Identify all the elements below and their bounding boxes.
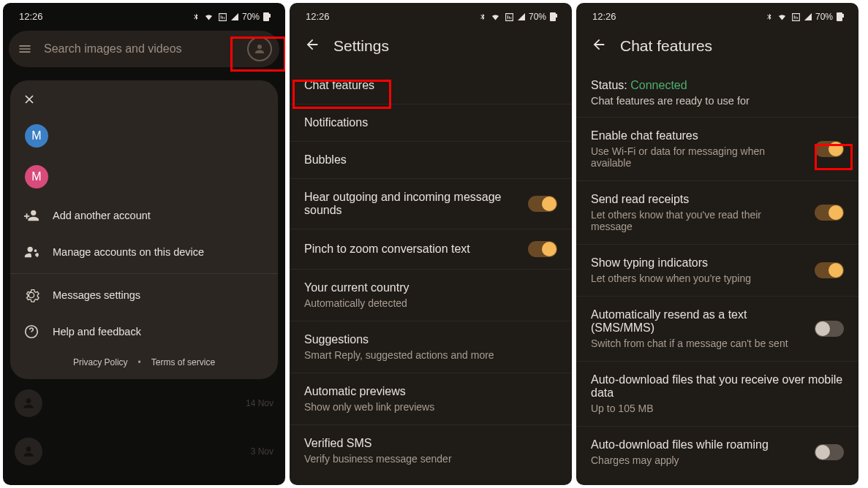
status-bar: 12:26 70% <box>3 3 285 23</box>
back-button[interactable] <box>591 37 607 56</box>
status-icons: 70% <box>479 12 556 22</box>
settings-item-verified-sms[interactable]: Verified SMS Verify business message sen… <box>290 425 572 476</box>
person-add-icon <box>23 207 39 224</box>
item-title: Notifications <box>304 116 557 129</box>
item-title: Send read receipts <box>591 193 803 206</box>
header: Settings <box>290 23 572 67</box>
setting-read-receipts[interactable]: Send read receipts Let others know that … <box>576 181 858 245</box>
item-subtitle: Charges may apply <box>591 454 803 466</box>
settings-item-sounds[interactable]: Hear outgoing and incoming message sound… <box>290 179 572 229</box>
messages-settings-label: Messages settings <box>53 289 140 301</box>
data-icon <box>505 12 514 22</box>
add-account-row[interactable]: Add another account <box>10 197 278 234</box>
status-subtitle: Chat features are ready to use for <box>576 95 858 117</box>
search-bar[interactable]: Search images and videos <box>9 31 279 67</box>
manage-accounts-row[interactable]: Manage accounts on this device <box>10 234 278 270</box>
item-subtitle: Verify business message sender <box>304 453 557 465</box>
item-title: Verified SMS <box>304 437 557 450</box>
settings-item-pinch-zoom[interactable]: Pinch to zoom conversation text <box>290 229 572 270</box>
account-avatar-button[interactable] <box>247 37 272 61</box>
status-bar: 12:26 70% <box>576 3 858 23</box>
bluetooth-icon <box>192 12 200 22</box>
account-popup: M M Add another account Manage accounts … <box>10 80 278 379</box>
item-title: Show typing indicators <box>591 256 803 270</box>
menu-icon[interactable] <box>18 42 32 56</box>
settings-item-bubbles[interactable]: Bubbles <box>290 142 572 179</box>
chat-list-item[interactable]: 14 Nov <box>3 379 285 427</box>
header: Chat features <box>576 23 858 67</box>
item-subtitle: Switch from chat if a message can't be s… <box>591 338 803 349</box>
toggle-switch[interactable] <box>815 321 844 337</box>
setting-typing-indicators[interactable]: Show typing indicators Let others know w… <box>576 245 858 297</box>
close-icon <box>22 92 37 107</box>
settings-item-suggestions[interactable]: Suggestions Smart Reply, suggested actio… <box>290 321 572 373</box>
popup-footer: Privacy Policy • Terms of service <box>10 350 278 370</box>
item-subtitle: Let others know that you've read their m… <box>591 209 803 232</box>
gear-icon <box>23 287 39 303</box>
item-subtitle: Use Wi-Fi or data for messaging when ava… <box>591 145 803 169</box>
screen-chat-features: 12:26 70% Chat features Status: Connecte… <box>576 3 858 485</box>
separator-dot: • <box>138 357 141 367</box>
battery-pct: 70% <box>529 12 546 22</box>
account-avatar: M <box>25 165 48 188</box>
setting-auto-download-mobile[interactable]: Auto-download files that you receive ove… <box>576 362 858 427</box>
back-button[interactable] <box>304 37 320 56</box>
settings-list: Chat features Notifications Bubbles Hear… <box>290 67 572 476</box>
toggle-switch[interactable] <box>528 196 557 212</box>
add-account-label: Add another account <box>53 210 151 221</box>
page-title: Settings <box>333 37 389 55</box>
status-value: Connected <box>630 79 687 91</box>
item-subtitle: Show only web link previews <box>304 401 557 413</box>
chat-list-item[interactable]: Walmart 27 Oct <box>3 476 285 485</box>
data-icon <box>791 12 801 22</box>
toggle-switch[interactable] <box>815 262 844 278</box>
battery-pct: 70% <box>242 12 260 22</box>
arrow-back-icon <box>304 37 320 53</box>
chat-avatar <box>15 438 42 465</box>
screen-messages: 12:26 70% Search images and videos M M <box>3 3 285 485</box>
toggle-switch[interactable] <box>815 444 844 460</box>
help-feedback-row[interactable]: Help and feedback <box>10 313 278 350</box>
item-title: Pinch to zoom conversation text <box>304 243 516 256</box>
manage-accounts-label: Manage accounts on this device <box>53 246 204 258</box>
bluetooth-icon <box>479 12 486 22</box>
terms-link[interactable]: Terms of service <box>151 357 215 367</box>
item-title: Suggestions <box>304 333 557 346</box>
settings-item-chat-features[interactable]: Chat features <box>290 67 572 104</box>
toggle-switch[interactable] <box>528 241 557 257</box>
toggle-switch[interactable] <box>815 205 844 221</box>
item-subtitle: Let others know when you're typing <box>591 272 803 284</box>
wifi-icon <box>777 12 788 21</box>
setting-auto-download-roaming[interactable]: Auto-download files while roaming Charge… <box>576 427 858 478</box>
setting-auto-resend[interactable]: Automatically resend as a text (SMS/MMS)… <box>576 297 858 362</box>
bluetooth-icon <box>766 12 773 22</box>
messages-settings-row[interactable]: Messages settings <box>10 277 278 313</box>
page-title: Chat features <box>620 37 712 55</box>
person-icon <box>253 42 266 56</box>
search-placeholder: Search images and videos <box>44 42 247 56</box>
help-icon <box>23 324 39 340</box>
chat-list-item[interactable]: 3 Nov <box>3 427 285 476</box>
battery-icon <box>263 12 269 21</box>
item-subtitle: Smart Reply, suggested actions and more <box>304 349 557 361</box>
settings-item-notifications[interactable]: Notifications <box>290 104 572 142</box>
help-feedback-label: Help and feedback <box>53 326 141 338</box>
divider <box>10 273 278 274</box>
signal-icon <box>518 13 525 20</box>
account-row[interactable]: M <box>10 115 278 156</box>
battery-icon <box>550 12 556 21</box>
chat-features-list: Enable chat features Use Wi-Fi or data f… <box>576 118 858 478</box>
privacy-link[interactable]: Privacy Policy <box>73 357 128 367</box>
status-line: Status: Connected <box>576 67 858 95</box>
settings-item-country[interactable]: Your current country Automatically detec… <box>290 270 572 321</box>
toggle-switch[interactable] <box>815 141 844 157</box>
item-title: Bubbles <box>304 153 557 167</box>
settings-item-auto-previews[interactable]: Automatic previews Show only web link pr… <box>290 373 572 425</box>
item-title: Chat features <box>304 79 557 92</box>
clock: 12:26 <box>19 11 43 22</box>
arrow-back-icon <box>591 37 607 53</box>
close-button[interactable] <box>10 86 278 115</box>
setting-enable-chat[interactable]: Enable chat features Use Wi-Fi or data f… <box>576 118 858 181</box>
account-row[interactable]: M <box>10 156 278 197</box>
signal-icon <box>231 13 238 20</box>
